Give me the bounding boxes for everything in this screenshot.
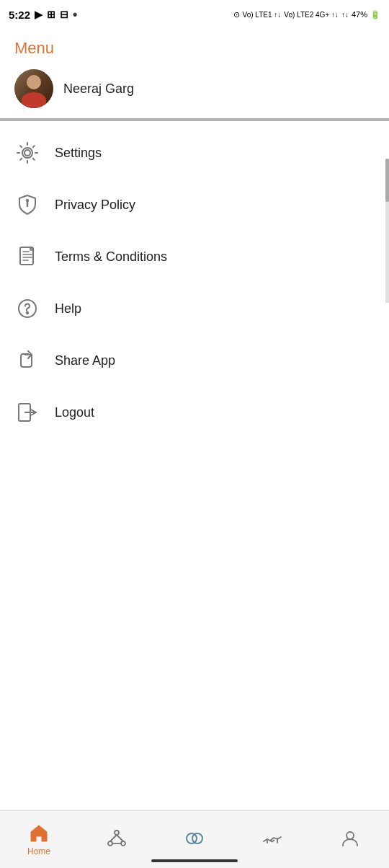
svg-point-10 [27,312,28,314]
home-nav-icon [29,823,49,843]
home-icon-svg [29,823,49,843]
signal1-icon: Vo) LTE1 ↑↓ [243,11,282,19]
dot-icon: • [73,7,77,22]
svg-point-15 [108,841,112,846]
settings-label: Settings [55,146,102,161]
user-profile: Neeraj Garg [0,62,389,118]
profile-icon-svg [340,828,360,849]
menu-item-settings[interactable]: Settings [0,127,389,179]
nav-item-network[interactable] [78,828,156,851]
svg-point-22 [346,832,354,839]
svg-line-17 [110,835,117,841]
avatar [14,69,53,108]
user-name: Neeraj Garg [63,81,134,97]
home-nav-label: Home [27,846,50,856]
wifi-icon: ⊙ [233,10,240,19]
nav-item-deals[interactable] [233,828,311,851]
help-icon [14,296,40,322]
status-bar-left: 5:22 ▶ ⊞ ⊟ • [9,7,77,22]
help-label: Help [55,301,81,316]
profile-divider [0,118,389,121]
nav-item-home[interactable]: Home [0,823,78,856]
time: 5:22 [9,9,30,21]
battery-percent: 47% [352,10,367,19]
grid-icon: ⊞ [47,9,55,20]
network-nav-icon [107,828,127,849]
gear-icon [14,140,40,166]
signal2-icon: Vo) LTE2 4G+ ↑↓ [284,11,339,19]
share-icon-svg [16,349,39,372]
menu-item-logout[interactable]: Logout [0,386,389,438]
menu-item-help[interactable]: Help [0,283,389,335]
logout-label: Logout [55,405,94,420]
profile-nav-icon [340,828,360,849]
battery-icon: 🔋 [370,10,380,19]
menu-item-privacy-policy[interactable]: Privacy Policy [0,179,389,231]
deals-nav-icon [262,828,282,849]
avatar-image [14,69,53,108]
logout-icon [14,399,40,425]
scrollbar-thumb[interactable] [385,159,389,202]
menu-list: Settings Privacy Policy Terms & Co [0,127,389,438]
menu-header: Menu [0,29,389,62]
share-icon [14,347,40,373]
logout-icon-svg [16,401,39,424]
status-bar: 5:22 ▶ ⊞ ⊟ • ⊙ Vo) LTE1 ↑↓ Vo) LTE2 4G+ … [0,0,389,29]
svg-point-16 [121,841,125,846]
svg-line-18 [117,835,123,841]
menu-item-terms-conditions[interactable]: Terms & Conditions [0,231,389,283]
rings-nav-icon [184,828,205,849]
status-bar-right: ⊙ Vo) LTE1 ↑↓ Vo) LTE2 4G+ ↑↓ ↑↓ 47% 🔋 [233,10,380,19]
svg-point-0 [24,150,30,156]
document-icon [14,244,40,270]
svg-point-14 [115,831,119,835]
nav-item-profile[interactable] [311,828,389,851]
privacy-icon-svg [16,193,39,216]
svg-point-3 [27,200,28,201]
shield-icon [14,192,40,218]
terms-icon-svg [16,245,39,268]
grid2-icon: ⊟ [60,9,68,20]
network-icon-svg [107,828,127,849]
settings-icon-svg [16,141,39,164]
help-icon-svg [16,297,39,320]
scrollbar-track[interactable] [385,159,389,303]
gesture-bar [151,859,238,862]
share-label: Share App [55,353,115,368]
nav-item-rings[interactable] [156,828,233,851]
deals-icon-svg [262,828,282,849]
rings-icon-svg [184,828,205,849]
terms-label: Terms & Conditions [55,249,167,265]
signal3-icon: ↑↓ [341,11,349,19]
video-icon: ▶ [35,9,43,20]
menu-title: Menu [14,39,54,57]
menu-item-share-app[interactable]: Share App [0,335,389,386]
privacy-label: Privacy Policy [55,198,135,213]
